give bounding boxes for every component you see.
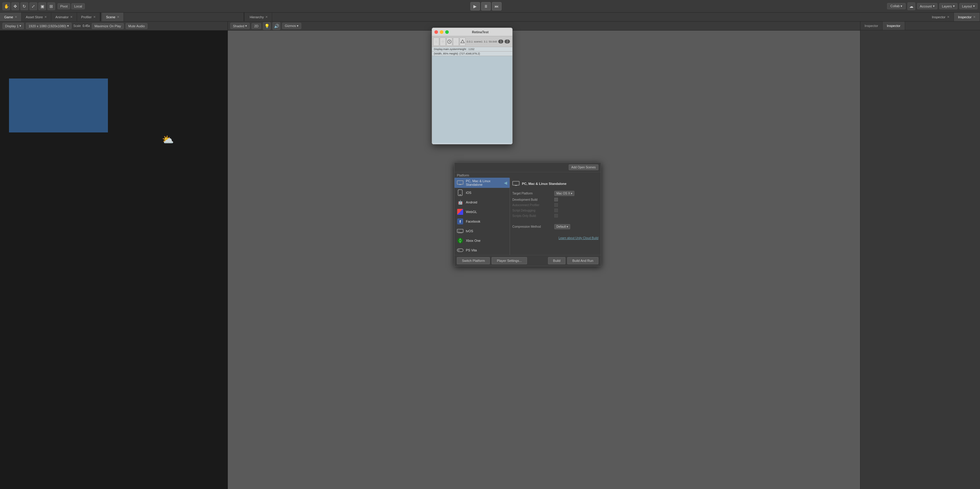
step-btn[interactable]: ⏭	[492, 2, 501, 11]
pivot-btn[interactable]: Pivot	[57, 3, 70, 9]
layout-dropdown[interactable]: Layout ▾	[959, 3, 978, 9]
window-close-btn[interactable]	[434, 30, 438, 34]
local-btn[interactable]: Local	[72, 3, 84, 9]
development-build-checkbox[interactable]	[554, 198, 558, 202]
move-tool-btn[interactable]: ✥	[11, 2, 19, 10]
maximize-on-play-btn[interactable]: Maximize On Play	[92, 23, 124, 29]
pc-icon	[457, 179, 463, 186]
unity-version-label: 3.1	[484, 40, 488, 43]
platform-psvita-label: PS Vita	[466, 248, 477, 252]
platform-item-ios[interactable]: iOS	[455, 188, 510, 197]
platform-item-android[interactable]: 🤖 Android	[455, 197, 510, 207]
layers-label: Layers	[942, 5, 952, 8]
rect-tool-btn[interactable]: ▣	[38, 2, 46, 10]
tab-scene[interactable]: Scene ✕	[102, 13, 124, 21]
retina-tool-3[interactable]	[446, 37, 452, 46]
pause-btn[interactable]: ⏸	[481, 2, 491, 11]
tab-2-badge[interactable]: 2	[504, 40, 510, 43]
display-dropdown[interactable]: Display 1 ▾	[2, 23, 24, 29]
add-open-scenes-btn[interactable]: Add Open Scenes	[569, 165, 598, 170]
rotate-tool-btn[interactable]: ↻	[21, 2, 28, 10]
script-debugging-checkbox[interactable]	[554, 208, 558, 212]
platform-item-xbox[interactable]: Xbox One	[455, 236, 510, 245]
window-min-btn[interactable]	[440, 30, 443, 34]
toolbar-transform-tools: ✋ ✥ ↻ ⤢ ▣ ⊞	[2, 2, 55, 10]
ios-icon	[457, 189, 463, 196]
android-icon: 🤖	[457, 199, 463, 206]
target-platform-value: Mac OS X ▾	[554, 191, 574, 196]
tab-inspector-2[interactable]: Inspector ✕	[954, 13, 980, 21]
cloud-icon: ⛅	[162, 134, 174, 145]
scale-tool-btn[interactable]: ⤢	[29, 2, 37, 10]
autoconnect-profiler-checkbox[interactable]	[554, 203, 558, 207]
lights-btn[interactable]: 💡	[263, 22, 271, 30]
hand-tool-btn[interactable]: ✋	[2, 2, 10, 10]
platform-item-facebook[interactable]: f Facebook	[455, 217, 510, 226]
retina-tool-4[interactable]: ⚠	[453, 37, 459, 46]
switch-platform-btn[interactable]: Switch Platform	[457, 257, 490, 264]
retina-tool-5[interactable]	[460, 37, 466, 46]
retina-toolbar: ⊞ ✥ ⚠ 0.0.1 scene1 3.1 59.848	[432, 36, 512, 47]
scripts-only-build-checkbox[interactable]	[554, 214, 558, 218]
maximize-on-play-label: Maximize On Play	[94, 24, 121, 28]
build-btn[interactable]: Build	[548, 257, 565, 264]
window-max-btn[interactable]	[445, 30, 449, 34]
retina-tool-2[interactable]: ✥	[440, 37, 446, 46]
retina-info-2: (Width, 85% Height): (727.4348,979.2)	[432, 52, 512, 56]
tab-game[interactable]: Game ✕	[0, 13, 22, 21]
target-platform-dropdown[interactable]: Mac OS X ▾	[554, 191, 574, 196]
tab-1-badge[interactable]: 1	[498, 40, 504, 43]
tab-animator[interactable]: Animator ✕	[51, 13, 77, 21]
script-debugging-field: Script Debugging	[512, 208, 598, 212]
account-label: Account	[920, 5, 932, 8]
build-and-run-btn[interactable]: Build And Run	[567, 257, 598, 264]
2d-btn[interactable]: 2D	[251, 23, 261, 29]
platform-android-label: Android	[466, 200, 477, 204]
shaded-label: Shaded	[233, 24, 244, 28]
retina-tool-1[interactable]: ⊞	[433, 37, 439, 46]
collab-btn[interactable]: Collab ▾	[887, 3, 906, 9]
rs-platform-name: PC, Mac & Linux Standalone	[522, 182, 566, 186]
compression-method-dropdown[interactable]: Default ▾	[554, 224, 570, 229]
main-layout: Display 1 ▾ 1920 x 1080 (1920x1080) ▾ Sc…	[0, 22, 980, 489]
platform-item-webgl[interactable]: WebGL	[455, 207, 510, 217]
rs-platform-icon	[512, 180, 520, 187]
inspector-tab-2[interactable]: Inspector	[883, 22, 905, 30]
game-panel-toolbar: Display 1 ▾ 1920 x 1080 (1920x1080) ▾ Sc…	[0, 22, 228, 30]
inspector-tab-1[interactable]: Inspector	[861, 22, 883, 30]
scale-value: 0.45x	[83, 24, 90, 27]
account-dropdown[interactable]: Account ▾	[917, 3, 937, 9]
svg-marker-1	[461, 40, 465, 43]
svg-rect-13	[512, 181, 519, 185]
audio-btn[interactable]: 🔊	[272, 22, 280, 30]
tab-asset-store[interactable]: Asset Store ✕	[22, 13, 51, 21]
script-debugging-label: Script Debugging	[512, 209, 554, 212]
play-btn[interactable]: ▶	[470, 2, 480, 11]
platform-item-pc[interactable]: PC, Mac & Linux Standalone ◀	[455, 178, 510, 188]
display-label: Display 1	[5, 24, 19, 28]
platform-item-psvita[interactable]: PS Vita	[455, 245, 510, 255]
cloud-build-link[interactable]: Learn about Unity Cloud Build	[558, 237, 598, 240]
gizmos-btn[interactable]: Gizmos ▾	[282, 23, 301, 29]
player-settings-btn[interactable]: Player Settings...	[492, 257, 527, 264]
tab-hierarchy[interactable]: Hierarchy ✕	[245, 13, 272, 21]
shaded-dropdown[interactable]: Shaded ▾	[230, 23, 250, 29]
version-label: 0.0.1	[467, 40, 473, 43]
cloud-btn[interactable]: ☁	[907, 2, 915, 10]
svg-rect-2	[457, 181, 463, 184]
scene-view-panel: Shaded ▾ 2D 💡 🔊 Gizmos ▾ R	[228, 22, 860, 489]
svg-rect-5	[459, 194, 461, 195]
pc-selected-indicator: ◀	[504, 180, 507, 185]
development-build-field: Development Build	[512, 198, 598, 202]
platform-item-tvos[interactable]: tv tvOS	[455, 226, 510, 236]
game-view-content: ⛅	[0, 30, 228, 489]
tab-inspector-1[interactable]: Inspector ✕	[928, 13, 954, 21]
svg-rect-12	[458, 249, 459, 251]
layers-dropdown[interactable]: Layers ▾	[939, 3, 958, 9]
transform-tool-btn[interactable]: ⊞	[48, 2, 55, 10]
mute-audio-btn[interactable]: Mute Audio	[126, 23, 148, 29]
pivot-label: Pivot	[60, 5, 67, 8]
blue-rect	[9, 78, 108, 132]
tab-profiler[interactable]: Profiler ✕	[77, 13, 100, 21]
resolution-dropdown[interactable]: 1920 x 1080 (1920x1080) ▾	[26, 23, 72, 29]
